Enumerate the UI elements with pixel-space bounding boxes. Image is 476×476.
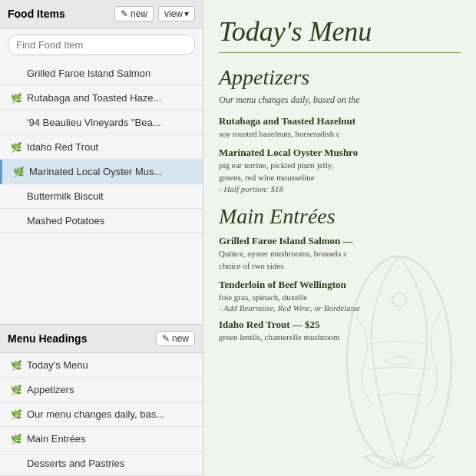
- menu-heading-main-entrees[interactable]: 🌿Main Entrées: [0, 427, 203, 451]
- leaf-icon: 🌿: [11, 409, 23, 420]
- menu-item-beef: Tenderloin of Beef Wellington foie gras,…: [219, 279, 461, 313]
- menu-heading-todays-menu[interactable]: 🌿Today's Menu: [0, 353, 203, 378]
- leaf-icon: 🌿: [11, 142, 23, 153]
- menu-divider: [219, 52, 461, 53]
- edit-icon: ✎: [121, 8, 128, 19]
- food-items-title: Food Items: [8, 8, 110, 20]
- menu-headings-title: Menu Headings: [8, 332, 151, 345]
- salmon-desc2: choice of two sides: [219, 259, 461, 273]
- beef-sub: - Add Bearnaise, Red Wine, or Bordelaise: [219, 303, 461, 312]
- leaf-icon: 🌿: [11, 360, 23, 371]
- menu-heading-label: Our menu changes daily, bas...: [27, 408, 164, 420]
- beef-desc: foie gras, spinach, duxelle: [219, 291, 461, 304]
- food-item-label: '94 Beaulieu Vineyards "Bea...: [27, 117, 161, 128]
- main-entrees-title: Main Entrées: [219, 204, 461, 229]
- food-item-label: Mashed Potatoes: [27, 215, 104, 226]
- appetizers-title: Appetizers: [219, 65, 461, 90]
- salmon-desc: Quince, oyster mushrooms, brussels s: [219, 247, 461, 260]
- leaf-icon: 🌿: [11, 93, 23, 104]
- menu-headings-new-button[interactable]: ✎ new: [156, 331, 195, 346]
- menu-item-rutabaga: Rutabaga and Toasted Hazelnut soy roaste…: [219, 115, 461, 140]
- menu-heading-our-menu[interactable]: 🌿Our menu changes daily, bas...: [0, 402, 203, 427]
- salmon-name: Grilled Faroe Island Salmon —: [219, 235, 461, 247]
- chevron-icon: ▾: [184, 8, 189, 19]
- menu-item-salmon: Grilled Faroe Island Salmon — Quince, oy…: [219, 235, 461, 273]
- rutabaga-desc: soy roasted hazelnuts, horseradish c: [219, 127, 461, 140]
- food-item-rutabaga[interactable]: 🌿Rutabaga and Toasted Haze...: [0, 86, 203, 111]
- food-item-mashed[interactable]: Mashed Potatoes: [0, 209, 203, 233]
- right-panel: Today's Menu Appetizers Our menu changes…: [203, 0, 476, 476]
- main-entrees-section: Main Entrées Grilled Faroe Island Salmon…: [219, 204, 461, 344]
- food-items-new-button[interactable]: ✎ new: [114, 6, 154, 21]
- rutabaga-name: Rutabaga and Toasted Hazelnut: [219, 115, 461, 127]
- leaf-icon: 🌿: [13, 167, 25, 177]
- food-item-label: Grilled Faroe Island Salmon: [27, 68, 150, 79]
- menu-title: Today's Menu: [219, 15, 461, 48]
- appetizers-intro: Our menu changes daily, based on the: [219, 94, 461, 106]
- food-items-header: Food Items ✎ new view ▾: [0, 0, 203, 28]
- menu-heading-appetizers[interactable]: 🌿Appetizers: [0, 378, 203, 402]
- beef-name: Tenderloin of Beef Wellington: [219, 279, 461, 291]
- oyster-desc2: greens, red wine mousseline: [219, 171, 461, 184]
- leaf-icon: 🌿: [11, 434, 23, 445]
- menu-heading-label: Main Entrées: [27, 433, 86, 445]
- food-item-label: Rutabaga and Toasted Haze...: [27, 92, 161, 104]
- oyster-sub: - Half portion: $18: [219, 184, 461, 193]
- appetizers-section: Appetizers Our menu changes daily, based…: [219, 65, 461, 193]
- food-items-list: Grilled Faroe Island Salmon🌿Rutabaga and…: [0, 61, 203, 324]
- food-item-oyster[interactable]: 🌿Marinated Local Oyster Mus...: [0, 160, 203, 184]
- food-items-view-button[interactable]: view ▾: [158, 6, 195, 21]
- trout-name: Idaho Red Trout — $25: [219, 319, 461, 331]
- oyster-name: Marinated Local Oyster Mushro: [219, 147, 461, 159]
- food-item-label: Marinated Local Oyster Mus...: [29, 166, 162, 177]
- menu-heading-desserts[interactable]: Desserts and Pastries: [0, 451, 203, 476]
- leaf-icon: 🌿: [11, 385, 23, 395]
- food-item-idaho-trout[interactable]: 🌿Idaho Red Trout: [0, 135, 203, 160]
- trout-desc: green lentils, chanterelle mushroom: [219, 331, 461, 344]
- menu-headings-section: Menu Headings ✎ new 🌿Today's Menu🌿Appeti…: [0, 324, 203, 476]
- menu-heading-label: Appetizers: [27, 384, 74, 395]
- food-item-label: Idaho Red Trout: [27, 141, 98, 153]
- food-item-label: Buttermilk Biscuit: [27, 190, 104, 202]
- menu-item-trout: Idaho Red Trout — $25 green lentils, cha…: [219, 319, 461, 344]
- left-panel: Food Items ✎ new view ▾ Grilled Faroe Is…: [0, 0, 203, 476]
- menu-heading-label: Desserts and Pastries: [27, 458, 124, 469]
- menu-heading-label: Today's Menu: [27, 359, 88, 371]
- food-item-grilled-faroe[interactable]: Grilled Faroe Island Salmon: [0, 61, 203, 86]
- menu-headings-header: Menu Headings ✎ new: [0, 325, 203, 353]
- food-item-search-input[interactable]: [8, 35, 195, 55]
- menu-headings-list: 🌿Today's Menu🌿Appetizers🌿Our menu change…: [0, 353, 203, 476]
- food-item-beaulieu[interactable]: '94 Beaulieu Vineyards "Bea...: [0, 111, 203, 135]
- edit-icon-2: ✎: [162, 333, 170, 344]
- oyster-desc: pig ear terrine, pickled plum jelly,: [219, 159, 461, 172]
- food-item-biscuit[interactable]: Buttermilk Biscuit: [0, 184, 203, 209]
- menu-item-oyster: Marinated Local Oyster Mushro pig ear te…: [219, 147, 461, 193]
